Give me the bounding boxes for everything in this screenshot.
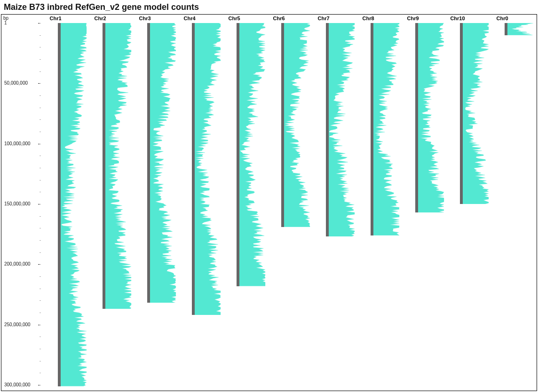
column-label: Chr1 xyxy=(41,16,70,21)
gene-density-track xyxy=(150,23,177,303)
column-label: Chr10 xyxy=(443,16,472,21)
column-label: Chr3 xyxy=(131,16,159,21)
gene-density-track xyxy=(373,23,400,235)
y-tick-label: 50,000,000 xyxy=(4,80,28,86)
y-tick-label: 150,000,000 xyxy=(4,201,31,206)
y-tick-label: 1 xyxy=(4,20,7,25)
gene-density-track xyxy=(61,23,87,386)
column-label: Chr4 xyxy=(175,16,204,21)
gene-density-track xyxy=(463,23,490,204)
y-tick-label: 300,000,000 xyxy=(4,382,31,387)
y-tick-label: 250,000,000 xyxy=(4,322,31,327)
gene-density-track xyxy=(507,23,534,35)
y-tick-label: 200,000,000 xyxy=(4,261,31,267)
column-label: Chr7 xyxy=(309,16,338,21)
column-label: Chr9 xyxy=(399,16,427,21)
column-label: Chr8 xyxy=(354,16,382,21)
column-label: Chr6 xyxy=(265,16,293,21)
gene-density-track xyxy=(329,23,356,236)
column-label: Chr5 xyxy=(220,16,248,21)
gene-density-track xyxy=(105,23,132,309)
gene-density-track xyxy=(284,23,311,227)
chart-title: Maize B73 inbred RefGen_v2 gene model co… xyxy=(0,0,538,14)
y-tick-label: 100,000,000 xyxy=(4,141,31,146)
chart-plot-area: bp 150,000,000100,000,000150,000,000200,… xyxy=(1,14,537,391)
gene-density-track xyxy=(239,23,266,286)
column-label: Chr2 xyxy=(86,16,114,21)
column-label: Chr0 xyxy=(488,16,516,21)
gene-density-track xyxy=(195,23,222,315)
gene-density-track xyxy=(418,23,445,212)
